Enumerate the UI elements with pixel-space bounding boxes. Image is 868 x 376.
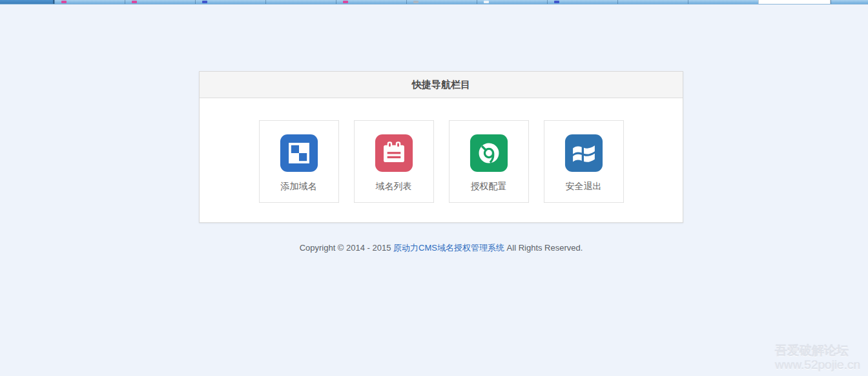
tab-favicon-icon <box>554 1 559 3</box>
notepad-icon <box>375 134 413 172</box>
tab-favicon-icon <box>61 1 67 3</box>
browser-tab[interactable] <box>54 0 125 4</box>
browser-tab-strip <box>0 0 868 5</box>
nav-card-label: 安全退出 <box>544 181 623 193</box>
nav-card-safe-exit[interactable]: 安全退出 <box>544 120 624 203</box>
browser-tab[interactable] <box>547 0 617 4</box>
browser-tab[interactable] <box>617 0 688 4</box>
copyright-footer: Copyright © 2014 - 2015 原动力CMS域名授权管理系统 A… <box>0 242 868 254</box>
watermark-line1: 吾爱破解论坛 <box>775 344 860 358</box>
browser-tab[interactable] <box>0 0 54 4</box>
quick-nav-panel: 快捷导航栏目 添加域名 <box>199 71 683 223</box>
browser-tab-active[interactable] <box>758 0 831 4</box>
panel-title: 快捷导航栏目 <box>200 72 683 98</box>
cms-system-link[interactable]: 原动力CMS域名授权管理系统 <box>393 243 504 253</box>
chrome-icon <box>470 134 508 172</box>
nav-card-label: 域名列表 <box>355 181 433 193</box>
nav-card-label: 添加域名 <box>260 181 338 193</box>
browser-tab[interactable] <box>195 0 265 4</box>
browser-tab[interactable] <box>831 0 868 4</box>
nav-card-label: 授权配置 <box>450 181 528 193</box>
browser-tab[interactable] <box>336 0 406 4</box>
watermark-line2: www.52pojie.cn <box>775 358 860 372</box>
page: 快捷导航栏目 添加域名 <box>0 0 868 376</box>
nav-card-domain-list[interactable]: 域名列表 <box>354 120 434 203</box>
copyright-suffix: All Rights Reserved. <box>504 243 583 253</box>
nav-card-auth-config[interactable]: 授权配置 <box>449 120 529 203</box>
tab-favicon-icon <box>132 1 137 3</box>
browser-tab[interactable] <box>477 0 547 4</box>
browser-tab[interactable] <box>688 0 758 4</box>
watermark: 吾爱破解论坛 www.52pojie.cn <box>775 344 860 372</box>
tab-favicon-icon <box>343 1 348 3</box>
browser-tab[interactable] <box>265 0 336 4</box>
browser-tab[interactable] <box>406 0 477 4</box>
panel-body: 添加域名 域名列表 <box>200 98 683 203</box>
tab-favicon-icon <box>484 1 489 3</box>
windows-flag-icon <box>564 134 603 172</box>
nav-card-add-domain[interactable]: 添加域名 <box>259 120 339 203</box>
tab-favicon-icon <box>202 1 207 3</box>
checkerboard-icon <box>280 134 318 172</box>
browser-tab[interactable] <box>125 0 195 4</box>
copyright-prefix: Copyright © 2014 - 2015 <box>300 243 393 253</box>
tab-favicon-icon <box>413 1 418 3</box>
